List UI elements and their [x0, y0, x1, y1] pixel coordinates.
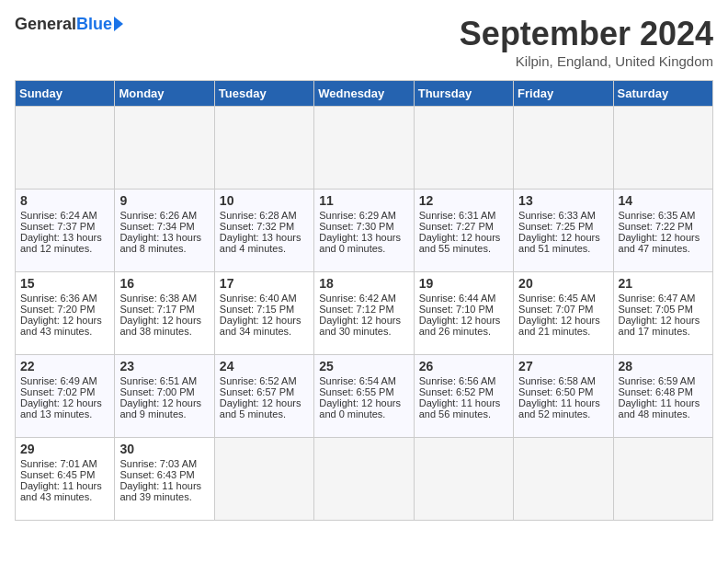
- empty-cell: [514, 438, 613, 521]
- sunrise: Sunrise: 6:38 AM: [119, 293, 197, 304]
- day-number: 18: [319, 276, 408, 291]
- header-row: SundayMondayTuesdayWednesdayThursdayFrid…: [16, 81, 713, 107]
- daylight: Daylight: 13 hours and 12 minutes.: [20, 232, 102, 254]
- empty-cell: [514, 107, 613, 190]
- sunset: Sunset: 7:12 PM: [319, 304, 393, 315]
- daylight: Daylight: 13 hours and 4 minutes.: [220, 232, 301, 254]
- day-cell-26: 26Sunrise: 6:56 AMSunset: 6:52 PMDayligh…: [414, 355, 513, 438]
- calendar-week-1: [16, 107, 713, 190]
- title-section: September 2024 Kilpin, England, United K…: [460, 15, 713, 69]
- header-sunday: Sunday: [16, 81, 115, 107]
- daylight: Daylight: 12 hours and 21 minutes.: [518, 315, 600, 337]
- daylight: Daylight: 12 hours and 9 minutes.: [119, 397, 201, 419]
- calendar-week-3: 15Sunrise: 6:36 AMSunset: 7:20 PMDayligh…: [16, 272, 713, 355]
- daylight: Daylight: 12 hours and 30 minutes.: [319, 315, 401, 337]
- sunset: Sunset: 7:27 PM: [419, 221, 494, 232]
- empty-cell: [613, 438, 712, 521]
- day-cell-24: 24Sunrise: 6:52 AMSunset: 6:57 PMDayligh…: [214, 355, 313, 438]
- sunset: Sunset: 7:34 PM: [119, 221, 194, 232]
- sunrise: Sunrise: 6:58 AM: [518, 375, 596, 386]
- empty-cell: [16, 107, 115, 190]
- daylight: Daylight: 11 hours and 43 minutes.: [20, 480, 102, 502]
- sunset: Sunset: 7:02 PM: [20, 386, 95, 397]
- day-number: 14: [619, 193, 708, 208]
- header-monday: Monday: [115, 81, 214, 107]
- empty-cell: [613, 107, 712, 190]
- sunrise: Sunrise: 6:31 AM: [419, 210, 496, 221]
- day-number: 19: [419, 276, 508, 291]
- day-number: 10: [220, 193, 309, 208]
- header-thursday: Thursday: [414, 81, 513, 107]
- day-number: 13: [518, 193, 608, 208]
- sunrise: Sunrise: 6:47 AM: [619, 293, 696, 304]
- day-cell-19: 19Sunrise: 6:44 AMSunset: 7:10 PMDayligh…: [414, 272, 513, 355]
- daylight: Daylight: 12 hours and 34 minutes.: [220, 315, 301, 337]
- daylight: Daylight: 13 hours and 8 minutes.: [119, 232, 201, 254]
- sunrise: Sunrise: 6:33 AM: [518, 210, 596, 221]
- day-number: 21: [619, 276, 708, 291]
- sunrise: Sunrise: 6:35 AM: [619, 210, 696, 221]
- empty-cell: [414, 107, 513, 190]
- header-saturday: Saturday: [613, 81, 712, 107]
- sunset: Sunset: 6:57 PM: [220, 386, 294, 397]
- sunrise: Sunrise: 6:45 AM: [518, 293, 596, 304]
- day-cell-25: 25Sunrise: 6:54 AMSunset: 6:55 PMDayligh…: [314, 355, 414, 438]
- day-cell-16: 16Sunrise: 6:38 AMSunset: 7:17 PMDayligh…: [115, 272, 214, 355]
- sunrise: Sunrise: 6:24 AM: [20, 210, 97, 221]
- day-cell-21: 21Sunrise: 6:47 AMSunset: 7:05 PMDayligh…: [613, 272, 712, 355]
- day-cell-10: 10Sunrise: 6:28 AMSunset: 7:32 PMDayligh…: [214, 190, 313, 272]
- logo: General Blue: [15, 15, 123, 34]
- header-tuesday: Tuesday: [214, 81, 313, 107]
- sunset: Sunset: 7:17 PM: [119, 304, 194, 315]
- daylight: Daylight: 11 hours and 52 minutes.: [518, 397, 600, 419]
- calendar-table: SundayMondayTuesdayWednesdayThursdayFrid…: [15, 80, 713, 521]
- sunrise: Sunrise: 6:56 AM: [419, 375, 496, 386]
- day-number: 8: [20, 193, 109, 208]
- sunrise: Sunrise: 6:59 AM: [619, 375, 696, 386]
- sunset: Sunset: 6:43 PM: [119, 469, 194, 480]
- day-number: 23: [119, 359, 209, 373]
- sunrise: Sunrise: 6:54 AM: [319, 375, 396, 386]
- day-cell-13: 13Sunrise: 6:33 AMSunset: 7:25 PMDayligh…: [514, 190, 613, 272]
- daylight: Daylight: 11 hours and 56 minutes.: [419, 397, 501, 419]
- sunset: Sunset: 6:45 PM: [20, 469, 95, 480]
- day-number: 26: [419, 359, 508, 373]
- calendar-week-2: 8Sunrise: 6:24 AMSunset: 7:37 PMDaylight…: [16, 190, 713, 272]
- day-cell-28: 28Sunrise: 6:59 AMSunset: 6:48 PMDayligh…: [613, 355, 712, 438]
- day-cell-12: 12Sunrise: 6:31 AMSunset: 7:27 PMDayligh…: [414, 190, 513, 272]
- daylight: Daylight: 11 hours and 39 minutes.: [119, 480, 201, 502]
- day-cell-20: 20Sunrise: 6:45 AMSunset: 7:07 PMDayligh…: [514, 272, 613, 355]
- day-cell-8: 8Sunrise: 6:24 AMSunset: 7:37 PMDaylight…: [16, 190, 115, 272]
- logo-general: General: [15, 15, 76, 34]
- sunrise: Sunrise: 6:36 AM: [20, 293, 97, 304]
- sunrise: Sunrise: 6:52 AM: [220, 375, 297, 386]
- day-number: 24: [220, 359, 309, 373]
- calendar-week-4: 22Sunrise: 6:49 AMSunset: 7:02 PMDayligh…: [16, 355, 713, 438]
- empty-cell: [314, 107, 414, 190]
- day-number: 15: [20, 276, 109, 291]
- daylight: Daylight: 12 hours and 43 minutes.: [20, 315, 102, 337]
- day-number: 16: [119, 276, 209, 291]
- daylight: Daylight: 13 hours and 0 minutes.: [319, 232, 401, 254]
- location: Kilpin, England, United Kingdom: [460, 53, 713, 69]
- sunset: Sunset: 6:55 PM: [319, 386, 393, 397]
- sunset: Sunset: 7:25 PM: [518, 221, 593, 232]
- day-cell-17: 17Sunrise: 6:40 AMSunset: 7:15 PMDayligh…: [214, 272, 313, 355]
- daylight: Daylight: 12 hours and 17 minutes.: [619, 315, 700, 337]
- day-number: 27: [518, 359, 608, 373]
- daylight: Daylight: 12 hours and 0 minutes.: [319, 397, 401, 419]
- sunrise: Sunrise: 6:42 AM: [319, 293, 396, 304]
- page-header: General Blue September 2024 Kilpin, Engl…: [15, 15, 713, 69]
- sunset: Sunset: 7:15 PM: [220, 304, 294, 315]
- daylight: Daylight: 12 hours and 51 minutes.: [518, 232, 600, 254]
- day-number: 30: [119, 442, 209, 456]
- sunrise: Sunrise: 6:26 AM: [119, 210, 197, 221]
- sunrise: Sunrise: 6:29 AM: [319, 210, 396, 221]
- daylight: Daylight: 12 hours and 38 minutes.: [119, 315, 201, 337]
- daylight: Daylight: 12 hours and 47 minutes.: [619, 232, 700, 254]
- day-cell-27: 27Sunrise: 6:58 AMSunset: 6:50 PMDayligh…: [514, 355, 613, 438]
- day-number: 12: [419, 193, 508, 208]
- logo-arrow-icon: [114, 17, 123, 31]
- sunrise: Sunrise: 6:40 AM: [220, 293, 297, 304]
- daylight: Daylight: 12 hours and 5 minutes.: [220, 397, 301, 419]
